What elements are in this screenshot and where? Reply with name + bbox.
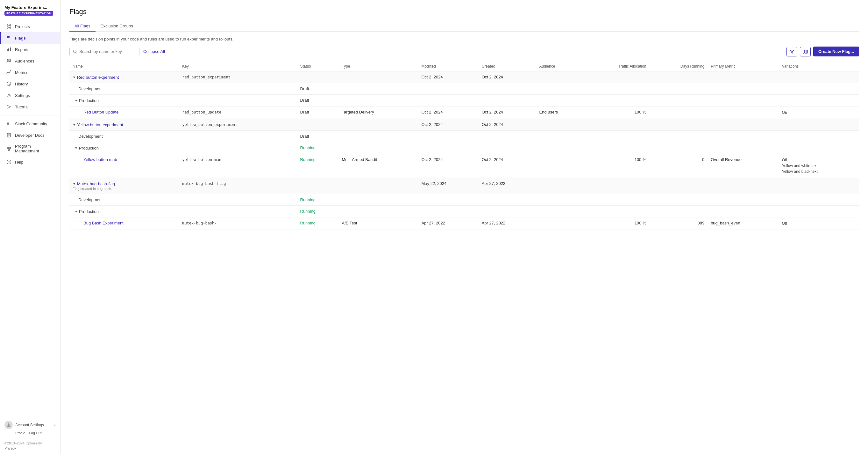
sidebar-label-slack: Slack Community [15, 121, 47, 126]
flag-days-cell [650, 119, 708, 131]
search-input[interactable] [79, 49, 136, 54]
app-badge: FEATURE EXPERIMENTATION [4, 11, 53, 16]
tab-all-flags[interactable]: All Flags [69, 21, 95, 32]
sidebar-item-audiences[interactable]: Audiences [0, 55, 60, 67]
collapse-all-button[interactable]: Collapse All [143, 49, 165, 54]
sidebar-item-history[interactable]: History [0, 78, 60, 90]
rule-key-cell: mutex-bug-bash- [179, 218, 297, 230]
flags-table: Name Key Status Type Modified Created Au… [69, 61, 859, 230]
rule-variations-cell: Off [779, 218, 859, 230]
rule-modified-cell: Apr 27, 2022 [418, 218, 478, 230]
svg-rect-32 [805, 50, 806, 53]
flag-expand-toggle[interactable]: ▼ Yellow button experiment [72, 122, 123, 127]
flag-type-cell [339, 178, 418, 194]
create-flag-button[interactable]: Create New Flag... [813, 47, 859, 56]
svg-rect-12 [10, 48, 11, 51]
rule-status-cell: Running [297, 218, 339, 230]
flag-expand-toggle[interactable]: ▼ Mutex-bug-bash-flag [72, 181, 115, 186]
tab-exclusion-groups[interactable]: Exclusion Groups [95, 21, 138, 32]
svg-rect-11 [8, 49, 9, 51]
reports-icon [6, 47, 12, 52]
chevron-icon: ▼ [74, 146, 78, 150]
sidebar-item-settings[interactable]: Settings [0, 90, 60, 101]
env-name-cell: ▼ Production [69, 142, 179, 154]
privacy-link[interactable]: Privacy [0, 446, 60, 454]
status-badge: Running [300, 157, 315, 162]
flag-audience-cell [536, 119, 584, 131]
env-key-cell [179, 142, 297, 154]
sidebar-item-reports[interactable]: Reports [0, 44, 60, 55]
rule-audience-cell [536, 154, 584, 178]
table-row: Development Draft [69, 131, 859, 142]
flag-traffic-cell [584, 72, 650, 83]
flag-type-cell [339, 72, 418, 83]
flag-expand-toggle[interactable]: ▼ Red button experiment [72, 75, 119, 80]
rule-name-link[interactable]: Yellow button mab [84, 157, 117, 162]
flag-name-link[interactable]: Yellow button experiment [77, 122, 123, 127]
rule-name-link[interactable]: Bug Bash Experiment [84, 221, 124, 225]
tutorial-icon [6, 104, 12, 110]
table-row: Red Button Update red_button_update Draf… [69, 107, 859, 119]
sidebar-label-projects: Projects [15, 24, 30, 29]
toolbar: Collapse All Create New Flag... [69, 47, 859, 56]
rule-status-cell: Draft [297, 107, 339, 119]
sidebar-item-projects[interactable]: Projects [0, 21, 60, 32]
svg-point-15 [10, 70, 11, 72]
rule-modified-cell: Oct 2, 2024 [418, 107, 478, 119]
profile-link[interactable]: Profile [15, 431, 25, 435]
status-badge: Running [300, 221, 315, 225]
flag-created-cell: Oct 2, 2024 [478, 119, 536, 131]
rule-metric-cell: bug_bash_even [708, 218, 779, 230]
sidebar-label-reports: Reports [15, 47, 30, 52]
program-icon [6, 146, 12, 151]
variations-text: On [782, 110, 856, 115]
rule-name-link[interactable]: Red Button Update [84, 110, 119, 114]
table-header-row: Name Key Status Type Modified Created Au… [69, 61, 859, 72]
rule-type-cell: Targeted Delivery [339, 107, 418, 119]
flag-name-link[interactable]: Red button experiment [77, 75, 119, 80]
flag-name-link[interactable]: Mutex-bug-bash-flag [77, 181, 115, 186]
rule-created-cell: Oct 2, 2024 [478, 154, 536, 178]
env-name-cell: ▼ Production [69, 95, 179, 107]
account-section[interactable]: Account Settings ▾ [4, 419, 56, 431]
svg-rect-31 [803, 50, 804, 53]
sidebar-item-slack[interactable]: # Slack Community [0, 118, 60, 130]
sidebar-item-metrics[interactable]: Metrics [0, 67, 60, 78]
flag-key-cell: mutex-bug-bash-flag [179, 178, 297, 194]
sidebar-item-flags[interactable]: Flags [0, 32, 60, 44]
flag-created-cell: Oct 2, 2024 [478, 72, 536, 83]
sidebar-item-docs[interactable]: Developer Docs [0, 130, 60, 141]
search-icon [73, 50, 78, 54]
chevron-icon: ▼ [74, 99, 78, 102]
tabs-bar: All Flags Exclusion Groups [69, 21, 859, 32]
col-metric: Primary Metric [708, 61, 779, 72]
table-row: ▼ Production Running [69, 142, 859, 154]
svg-text:?: ? [8, 160, 10, 164]
variations-text: OffYellow and white textYellow and black… [782, 157, 856, 174]
rule-modified-cell: Oct 2, 2024 [418, 154, 478, 178]
sidebar-label-audiences: Audiences [15, 59, 34, 63]
svg-rect-8 [7, 36, 9, 38]
sidebar-item-tutorial[interactable]: Tutorial [0, 101, 60, 113]
search-box[interactable] [69, 47, 140, 56]
history-icon [6, 81, 12, 87]
flag-modified-cell: Oct 2, 2024 [418, 119, 478, 131]
flag-status-cell [297, 72, 339, 83]
logout-link[interactable]: Log Out [29, 431, 41, 435]
svg-point-28 [8, 423, 9, 425]
rule-variations-cell: OffYellow and white textYellow and black… [779, 154, 859, 178]
rule-key-cell: red_button_update [179, 107, 297, 119]
sidebar-item-help[interactable]: ? Help [0, 156, 60, 168]
rule-name-cell: Yellow button mab [69, 154, 179, 178]
sidebar-item-program[interactable]: Program Management [0, 141, 60, 156]
rule-key: red_button_update [182, 110, 221, 114]
env-key-cell [179, 131, 297, 142]
rule-type-cell: A/B Test [339, 218, 418, 230]
status-badge: Draft [300, 134, 309, 139]
flag-name-cell: ▼ Yellow button experiment [69, 119, 179, 131]
col-days: Days Running [650, 61, 708, 72]
col-modified[interactable]: Modified [418, 61, 478, 72]
filter-button[interactable] [786, 47, 797, 56]
columns-button[interactable] [800, 47, 811, 56]
chevron-icon: ▼ [72, 76, 76, 79]
